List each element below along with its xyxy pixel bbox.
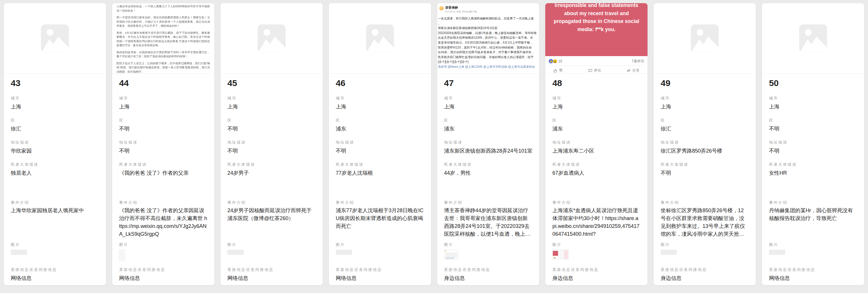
- image-thumbnail[interactable]: [119, 250, 125, 261]
- record-cover: [220, 3, 323, 74]
- image-placeholder-icon: [799, 24, 827, 52]
- image-thumbnail[interactable]: [11, 250, 27, 255]
- district-value: 浦东: [552, 125, 641, 133]
- record-card[interactable]: irresponsible and false statements about…: [545, 3, 648, 286]
- direct-value: 身边信息: [660, 274, 749, 282]
- address-label: 地址描述: [336, 140, 424, 145]
- image-thumbnail[interactable]: [227, 250, 244, 255]
- district-label: 区: [444, 118, 532, 123]
- image-thumbnail[interactable]: [660, 250, 677, 255]
- facebook-post-text: irresponsible and false statements about…: [545, 3, 648, 56]
- record-card[interactable]: 45 城市上海 区不明 地址描述不明 死者大体描述24岁男子 事件介绍24岁男子…: [220, 3, 323, 286]
- district-value: 浦东: [444, 125, 532, 133]
- image-thumbnail[interactable]: [336, 250, 352, 255]
- event-value: 上海浦东*血透病人延误治疗致死且遗体滞留家中约30小时！https://shar…: [552, 207, 641, 238]
- deceased-value: 独居老人: [11, 169, 99, 177]
- direct-value: 身边信息: [552, 274, 641, 282]
- address-value: 浦东新区唐镇创新西路28弄24号101室: [444, 147, 532, 155]
- city-label: 城市: [119, 96, 208, 101]
- thumbs-up-icon: [553, 68, 557, 73]
- city-value: 上海: [660, 103, 749, 111]
- article-screenshot: 人都没有这样的机会，一个病人需要几十个人的同时帮助和关怀才有可能获得一丝的机会！…: [112, 3, 214, 74]
- address-value: 不明: [119, 147, 208, 155]
- address-label: 地址描述: [227, 140, 316, 145]
- record-card[interactable]: 43 城市上海 区徐汇 地址描述华欣家园 死者大体描述独居老人 事件介绍上海华欣…: [3, 3, 106, 286]
- address-value: 不明: [336, 147, 424, 155]
- deceased-label: 死者大体描述: [11, 162, 99, 167]
- comment-bubble-icon: [588, 68, 592, 73]
- event-label: 事件介绍: [660, 200, 749, 205]
- deceased-label: 死者大体描述: [444, 162, 532, 167]
- deceased-label: 死者大体描述: [769, 162, 857, 167]
- record-number: 49: [660, 74, 749, 91]
- deceased-value: 67岁血透病人: [552, 169, 641, 177]
- district-label: 区: [11, 118, 99, 123]
- city-value: 上海: [769, 103, 857, 111]
- image-label: 图片: [336, 242, 424, 247]
- facebook-action-bar: 赞 评论 分享: [545, 66, 648, 73]
- city-value: 上海: [119, 103, 208, 111]
- address-label: 地址描述: [444, 140, 532, 145]
- event-label: 事件介绍: [444, 200, 532, 205]
- image-thumbnail[interactable]: [769, 250, 785, 255]
- weibo-timestamp: 4-2 02:31 来自 iPhone客户端: [445, 10, 477, 14]
- city-label: 城市: [660, 96, 749, 101]
- image-placeholder-icon: [258, 24, 285, 52]
- weibo-post-screenshot: 茶香禅静 4-2 02:31 来自 iPhone客户端 一名志愿者，昨日我投入路…: [437, 3, 539, 74]
- image-thumbnail[interactable]: [563, 250, 569, 260]
- record-card[interactable]: 46 城市上海 区浦东 地址描述不明 死者大体描述77岁老人沈瑞根 事件介绍浦东…: [329, 3, 431, 286]
- record-card[interactable]: 50 城市上海 区不明 地址描述不明 死者大体描述女性HR 事件介绍丹纳赫集团的…: [762, 3, 865, 286]
- image-label: 图片: [119, 242, 208, 247]
- event-value: 24岁男子因核酸而延误治疗而猝死于浦东医院（微博@红茶260）: [227, 207, 316, 223]
- image-placeholder-icon: [691, 24, 719, 52]
- address-label: 地址描述: [660, 140, 749, 145]
- comment-count: 7条评论: [632, 59, 644, 64]
- direct-label: 直接信息还是间接信息: [119, 267, 208, 272]
- record-card[interactable]: 人都没有这样的机会，一个病人需要几十个人的同时帮助和关怀才有可能获得一丝的机会！…: [112, 3, 215, 286]
- district-label: 区: [660, 118, 749, 123]
- record-card[interactable]: 49 城市上海 区徐汇 地址描述徐汇区罗秀路850弄26号楼 死者大体描述不明 …: [653, 3, 756, 286]
- address-value: 不明: [227, 147, 316, 155]
- record-number: 48: [552, 74, 641, 91]
- weibo-username: 茶香禅静: [445, 6, 477, 9]
- district-value: 不明: [119, 125, 208, 133]
- city-label: 城市: [336, 96, 424, 101]
- deceased-label: 死者大体描述: [227, 162, 316, 167]
- address-value: 不明: [769, 147, 857, 155]
- record-card[interactable]: 茶香禅静 4-2 02:31 来自 iPhone客户端 一名志愿者，昨日我投入路…: [437, 3, 540, 286]
- article-paragraph: 果然，4月3日被告知爸爸不得不进行高位截肢，由于下肢动脉硬化，整条腿要截去，作为…: [117, 31, 210, 48]
- reaction-count: 19: [558, 59, 562, 63]
- image-thumbnail[interactable]: [560, 250, 562, 260]
- image-thumbnail[interactable]: [552, 250, 559, 260]
- event-value: 浦东77岁老人沈瑞根于3月28日晚在ICU病房因长期末肾透析造成的心肌衰竭而死亡: [336, 207, 424, 230]
- direct-label: 直接信息还是间接信息: [552, 267, 641, 272]
- district-label: 区: [336, 118, 424, 123]
- city-label: 城市: [552, 96, 641, 101]
- image-thumbnail[interactable]: [444, 250, 459, 260]
- gallery-board: 43 城市上海 区徐汇 地址描述华欣家园 死者大体描述独居老人 事件介绍上海华欣…: [0, 0, 868, 293]
- direct-value: 身边信息: [444, 274, 532, 282]
- city-value: 上海: [227, 103, 316, 111]
- image-label: 图片: [11, 242, 99, 247]
- district-label: 区: [769, 118, 857, 123]
- deceased-label: 死者大体描述: [336, 162, 424, 167]
- address-value: 徐汇区罗秀路850弄26号楼: [660, 147, 749, 155]
- direct-label: 直接信息还是间接信息: [444, 267, 532, 272]
- record-number: 47: [444, 74, 532, 91]
- address-label: 地址描述: [119, 140, 208, 145]
- address-label: 地址描述: [769, 140, 857, 145]
- deceased-value: 不明: [660, 169, 749, 177]
- image-label: 图片: [660, 242, 749, 247]
- deceased-label: 死者大体描述: [119, 162, 208, 167]
- record-cover: [329, 3, 431, 74]
- direct-label: 直接信息还是间接信息: [11, 267, 99, 272]
- image-label: 图片: [769, 242, 857, 247]
- image-label: 图片: [227, 242, 316, 247]
- direct-value: 网络信息: [119, 274, 208, 282]
- event-label: 事件介绍: [119, 200, 208, 205]
- facebook-share-action: 分享: [627, 68, 640, 73]
- facebook-like-action: 赞: [553, 68, 563, 73]
- event-value: 《我的爸爸 没了》作者的父亲因延误治疗而不得不高位截肢，未久遍离世 https:…: [119, 207, 208, 238]
- image-placeholder-icon: [366, 24, 394, 52]
- record-number: 46: [336, 74, 424, 91]
